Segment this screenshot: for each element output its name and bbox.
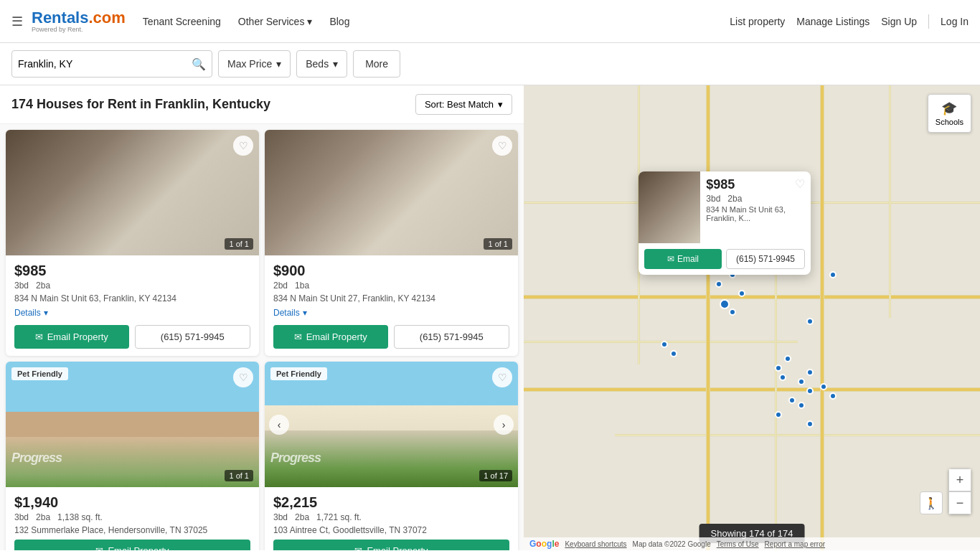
popup-address: 834 N Main St Unit 63, Franklin, K... (706, 205, 805, 222)
map-marker[interactable] (720, 299, 730, 309)
email-property-button[interactable]: ✉ Email Property (273, 325, 388, 349)
map-marker[interactable] (784, 355, 791, 362)
main-nav: Tenant Screening Other Services ▾ Blog (143, 16, 730, 27)
sort-button[interactable]: Sort: Best Match ▾ (415, 94, 512, 115)
image-counter: 1 of 17 (479, 470, 512, 481)
listing-address: 834 N Main St Unit 27, Franklin, KY 4213… (273, 293, 509, 303)
email-property-button[interactable]: ✉ Email Property (14, 540, 250, 550)
map-marker[interactable] (798, 402, 805, 409)
map-marker[interactable] (788, 397, 796, 404)
zoom-controls: + − (948, 468, 971, 514)
terms-of-use[interactable]: Terms of Use (717, 540, 759, 548)
listing-specs: 3bd 2ba (14, 281, 250, 291)
nav-blog[interactable]: Blog (329, 16, 349, 27)
map-marker[interactable] (738, 290, 745, 297)
map-marker[interactable] (715, 281, 722, 288)
favorite-button[interactable]: ♡ (233, 136, 253, 156)
streetview-button[interactable]: 🚶 (920, 491, 943, 514)
nav-other-services[interactable]: Other Services ▾ (238, 16, 313, 27)
popup-email-button[interactable]: ✉ Email (644, 249, 722, 269)
google-logo: Google (529, 539, 559, 549)
popup-actions: ✉ Email (615) 571-9945 (639, 243, 811, 275)
listing-card: ♡ 1 of 1 $900 2bd 1ba 834 N Main St Unit… (265, 130, 518, 356)
schools-button[interactable]: 🎓 Schools (928, 94, 971, 133)
listing-info: $900 2bd 1ba 834 N Main St Unit 27, Fran… (265, 255, 518, 356)
map-marker[interactable] (661, 341, 668, 348)
details-link[interactable]: Details ▾ (273, 308, 509, 318)
popup-top: $985 ♡ 3bd 2ba 834 N Main St Unit 63, Fr… (639, 171, 811, 243)
listing-image: ♡ 1 of 1 (265, 130, 518, 255)
max-price-filter[interactable]: Max Price ▾ (218, 50, 291, 77)
search-input[interactable] (18, 58, 192, 70)
listing-specs: 3bd 2ba 1,138 sq. ft. (14, 512, 250, 522)
phone-button[interactable]: (615) 571-9945 (135, 325, 251, 349)
map-marker[interactable] (779, 374, 786, 381)
map-marker[interactable] (829, 271, 837, 278)
map-marker[interactable] (829, 392, 837, 400)
header-right: List property Manage Listings Sign Up Lo… (730, 14, 969, 29)
header-divider (928, 14, 929, 29)
zoom-in-button[interactable]: + (948, 468, 971, 491)
more-filter-button[interactable]: More (353, 50, 400, 77)
map-marker[interactable] (798, 378, 805, 385)
zoom-out-button[interactable]: − (948, 491, 971, 514)
map-marker[interactable] (806, 318, 814, 325)
map-marker[interactable] (775, 364, 782, 372)
logo[interactable]: Rentals.com Powered by Rent. (32, 10, 126, 33)
listing-image: ♡ 1 of 1 (6, 130, 259, 255)
pet-friendly-badge: Pet Friendly (270, 367, 327, 380)
search-bar: 🔍 Max Price ▾ Beds ▾ More (0, 43, 980, 85)
logo-text: Rentals.com (32, 10, 126, 26)
listing-card: ♡ 1 of 1 $985 3bd 2ba 834 N Main St Unit… (6, 130, 259, 356)
listing-card: Pet Friendly ♡ ‹ › Progress 1 of 17 $2,2… (265, 362, 518, 550)
email-property-button[interactable]: ✉ Email Property (14, 325, 129, 349)
results-header: 174 Houses for Rent in Franklin, Kentuck… (0, 85, 524, 124)
map-marker[interactable] (670, 350, 677, 357)
favorite-button[interactable]: ♡ (233, 367, 253, 387)
popup-image (639, 171, 700, 243)
listing-actions: ✉ Email Property (615) 571-9945 (14, 325, 250, 349)
phone-button[interactable]: (615) 571-9945 (394, 325, 510, 349)
listings-grid: ♡ 1 of 1 $985 3bd 2ba 834 N Main St Unit… (0, 124, 524, 550)
popup-phone-button[interactable]: (615) 571-9945 (726, 249, 805, 269)
map-data-credit: Map data ©2022 Google (633, 540, 711, 548)
popup-favorite-button[interactable]: ♡ (795, 177, 805, 191)
log-in-link[interactable]: Log In (941, 16, 969, 27)
map-background[interactable]: $985 ♡ 3bd 2ba 834 N Main St Unit 63, Fr… (524, 85, 980, 550)
menu-icon[interactable]: ☰ (11, 14, 23, 29)
sign-up-link[interactable]: Sign Up (881, 16, 917, 27)
manage-listings-link[interactable]: Manage Listings (796, 16, 870, 27)
streetview-icon: 🚶 (924, 496, 938, 510)
watermark: Progress (270, 451, 321, 466)
pet-friendly-badge: Pet Friendly (11, 367, 68, 380)
listing-info: $1,940 3bd 2ba 1,138 sq. ft. 132 Summerl… (6, 487, 259, 550)
map-panel: $985 ♡ 3bd 2ba 834 N Main St Unit 63, Fr… (524, 85, 980, 550)
listing-address: 103 Aintree Ct, Goodlettsville, TN 37072 (273, 525, 509, 535)
listing-specs: 2bd 1ba (273, 281, 509, 291)
image-counter: 1 of 1 (484, 238, 512, 250)
beds-filter[interactable]: Beds ▾ (296, 50, 347, 77)
nav-tenant-screening[interactable]: Tenant Screening (143, 16, 221, 27)
listing-actions: ✉ Email Property (273, 540, 509, 550)
listing-actions: ✉ Email Property (615) 571-9945 (273, 325, 509, 349)
map-marker[interactable] (806, 420, 814, 428)
listing-price: $985 (14, 263, 250, 279)
carousel-prev-button[interactable]: ‹ (269, 415, 289, 435)
favorite-button[interactable]: ♡ (492, 367, 512, 387)
watermark: Progress (11, 451, 62, 466)
favorite-button[interactable]: ♡ (492, 136, 512, 156)
map-marker[interactable] (806, 369, 814, 376)
map-marker[interactable] (729, 309, 736, 316)
list-property-link[interactable]: List property (730, 16, 785, 27)
listing-address: 132 Summerlake Place, Hendersonville, TN… (14, 525, 250, 535)
popup-specs: 3bd 2ba (706, 194, 805, 204)
keyboard-shortcuts[interactable]: Keyboard shortcuts (565, 540, 626, 548)
details-link[interactable]: Details ▾ (14, 308, 250, 318)
carousel-next-button[interactable]: › (494, 415, 514, 435)
map-marker[interactable] (806, 387, 814, 395)
search-button[interactable]: 🔍 (192, 57, 206, 71)
map-marker[interactable] (775, 411, 782, 418)
email-property-button[interactable]: ✉ Email Property (273, 540, 509, 550)
report-map-error[interactable]: Report a map error (765, 540, 825, 548)
details-chevron: ▾ (44, 308, 48, 318)
